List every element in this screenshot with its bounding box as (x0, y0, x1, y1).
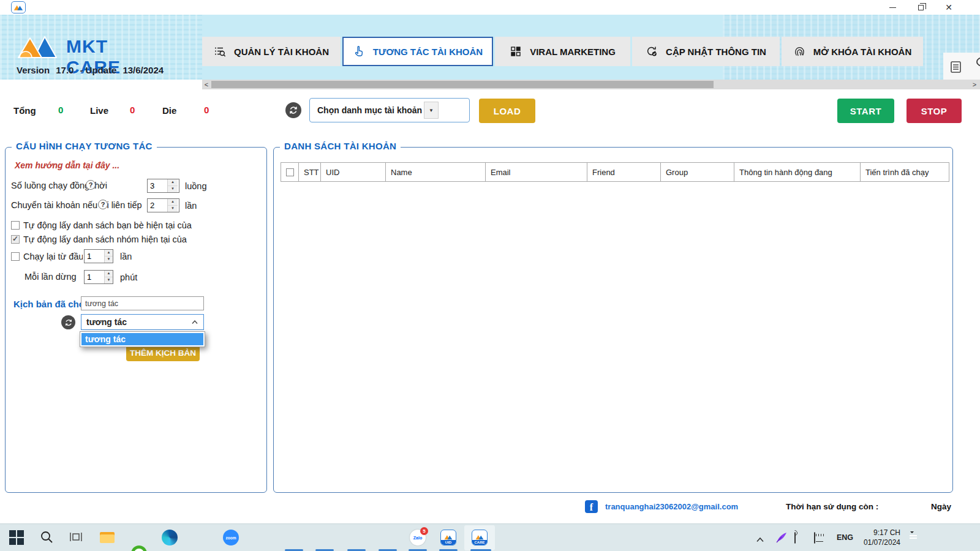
threads-stepper[interactable]: ▲▼ (147, 179, 179, 193)
pause-stepper[interactable]: ▲▼ (84, 270, 113, 284)
stepper-up-icon[interactable]: ▲ (105, 250, 113, 257)
refresh-accounts-button[interactable] (285, 102, 301, 118)
pause-unit: phút (120, 272, 137, 282)
tab-overflow[interactable] (943, 53, 980, 81)
column-header-friend[interactable]: Friend (587, 162, 661, 182)
column-header-email[interactable]: Email (486, 162, 587, 182)
refresh-check-icon (646, 45, 658, 58)
dropdown-option[interactable]: tương tác (81, 333, 203, 345)
language-indicator[interactable]: ENG (837, 533, 853, 542)
clock[interactable]: 9:17 CH 01/07/2024 (858, 528, 900, 547)
mkt-care-window: ✕ MKT CARE Version 17.0 - Update 13/6/20… (0, 0, 980, 551)
mkt-logo-icon (16, 33, 65, 60)
chevron-left-icon[interactable]: < (202, 80, 211, 89)
zoom-app-button[interactable]: zoom (223, 530, 239, 545)
rerun-checkbox[interactable] (11, 252, 20, 261)
category-select[interactable]: Chọn danh mục tài khoản ▼ (309, 98, 470, 122)
expiry-label: Thời hạn sử dụng còn : (786, 502, 878, 511)
task-view-icon (69, 530, 83, 544)
stepper-down-icon[interactable]: ▼ (105, 277, 113, 283)
select-all-checkbox[interactable] (286, 168, 294, 176)
rerun-value[interactable] (85, 250, 104, 263)
unikey-button[interactable] (775, 531, 788, 546)
switch-value[interactable] (148, 199, 167, 212)
chevron-right-icon[interactable]: > (970, 80, 979, 89)
stepper-up-icon[interactable]: ▲ (168, 199, 178, 206)
stepper-up-icon[interactable]: ▲ (105, 271, 113, 277)
stepper-down-icon[interactable]: ▼ (168, 186, 178, 192)
rotation-lock-button[interactable] (794, 531, 796, 542)
version-line: Version 17.0 - Update 13/6/2024 (17, 65, 164, 75)
tray-expand-button[interactable] (756, 534, 764, 545)
start-button[interactable]: START (837, 99, 894, 123)
column-header-group[interactable]: Group (661, 162, 734, 182)
script-select[interactable]: tương tác (81, 314, 204, 330)
switch-stepper[interactable]: ▲▼ (147, 198, 179, 212)
help-icon[interactable]: ? (98, 200, 108, 209)
tab-cap-nhat-thong-tin[interactable]: CẬP NHẬT THÔNG TIN (632, 37, 780, 66)
stepper-down-icon[interactable]: ▼ (168, 206, 178, 212)
tabs-scrollbar[interactable]: < > (202, 80, 980, 89)
tab-viral-marketing[interactable]: VIRAL MARKETING (495, 37, 630, 66)
task-view-button[interactable] (69, 530, 85, 545)
stepper-buttons[interactable]: ▲▼ (104, 250, 113, 263)
fingerprint-icon (793, 45, 805, 58)
zoom-icon: zoom (226, 536, 236, 540)
minimize-button[interactable] (878, 0, 907, 15)
help-icon[interactable]: ? (86, 180, 96, 190)
column-header-uid[interactable]: UID (321, 162, 386, 182)
hand-pointer-icon (353, 45, 365, 58)
edge-browser-button[interactable] (162, 530, 178, 545)
tab-quan-ly-tai-khoan[interactable]: QUẢN LÝ TÀI KHOẢN (202, 37, 341, 66)
restore-button[interactable] (907, 0, 935, 15)
care-app-label: CARE (472, 540, 487, 545)
script-name-value[interactable] (81, 297, 203, 310)
stepper-up-icon[interactable]: ▲ (168, 179, 178, 186)
account-email-link[interactable]: tranquanghai23062002@gmail.com (605, 502, 738, 511)
friends-checkbox-label: Tự động lấy danh sách bạn bè hiện tại củ… (23, 220, 263, 230)
stepper-buttons[interactable]: ▲▼ (167, 179, 178, 192)
config-panel-title: CẤU HÌNH CHẠY TƯƠNG TÁC (12, 141, 157, 151)
start-button[interactable] (9, 530, 24, 545)
column-header-name[interactable]: Name (386, 162, 486, 182)
zalo-button[interactable]: Zalo 5 (410, 530, 426, 545)
friends-checkbox[interactable] (11, 221, 20, 230)
app-icon (11, 1, 26, 13)
guide-link[interactable]: Xem hướng dẫn tại đây ... (15, 160, 119, 170)
refresh-scripts-button[interactable] (61, 315, 75, 329)
touch-keyboard-button[interactable] (814, 531, 815, 542)
tab-tuong-tac-tai-khoan[interactable]: TƯƠNG TÁC TÀI KHOẢN (342, 37, 493, 66)
column-header-action[interactable]: Thông tin hành động đang (734, 162, 861, 182)
stepper-buttons[interactable]: ▲▼ (104, 271, 113, 283)
tab-label: VIRAL MARKETING (530, 47, 616, 57)
script-name-input[interactable] (81, 296, 204, 310)
switch-label: Chuyển tài khoản nếu lỗi liên tiếp (11, 200, 146, 210)
mkt-uid-app-button[interactable]: UID (440, 530, 456, 545)
switch-unit: lần (185, 201, 197, 211)
stepper-down-icon[interactable]: ▼ (105, 257, 113, 263)
scrollbar-thumb[interactable] (211, 81, 714, 88)
search-button[interactable] (39, 530, 55, 545)
tong-label: Tổng (13, 105, 36, 116)
die-label: Die (162, 105, 176, 116)
load-button[interactable]: LOAD (479, 99, 535, 123)
mkt-care-app-button[interactable]: CARE (472, 530, 488, 545)
rerun-stepper[interactable]: ▲▼ (84, 249, 113, 263)
stepper-buttons[interactable]: ▲▼ (167, 199, 178, 212)
tab-mo-khoa-tai-khoan[interactable]: MỞ KHÓA TÀI KHOẢN (782, 37, 923, 66)
stop-button[interactable]: STOP (907, 99, 962, 123)
coccoc-browser-button[interactable] (131, 545, 147, 551)
close-button[interactable]: ✕ (935, 0, 963, 15)
groups-checkbox[interactable] (11, 235, 20, 244)
pause-value[interactable] (85, 271, 104, 283)
column-header-stt[interactable]: STT (299, 162, 321, 182)
refresh-icon (64, 318, 73, 327)
tab-label: MỞ KHÓA TÀI KHOẢN (813, 47, 912, 57)
facebook-icon[interactable]: f (585, 500, 598, 513)
threads-value[interactable] (148, 179, 167, 192)
rotation-lock-icon (794, 532, 796, 544)
column-header-progress[interactable]: Tiến trình đã chạy (861, 162, 949, 182)
file-explorer-button[interactable] (99, 530, 115, 545)
chevron-down-icon[interactable]: ▼ (424, 102, 439, 119)
accounts-panel-title: DANH SÁCH TÀI KHOẢN (280, 141, 401, 151)
